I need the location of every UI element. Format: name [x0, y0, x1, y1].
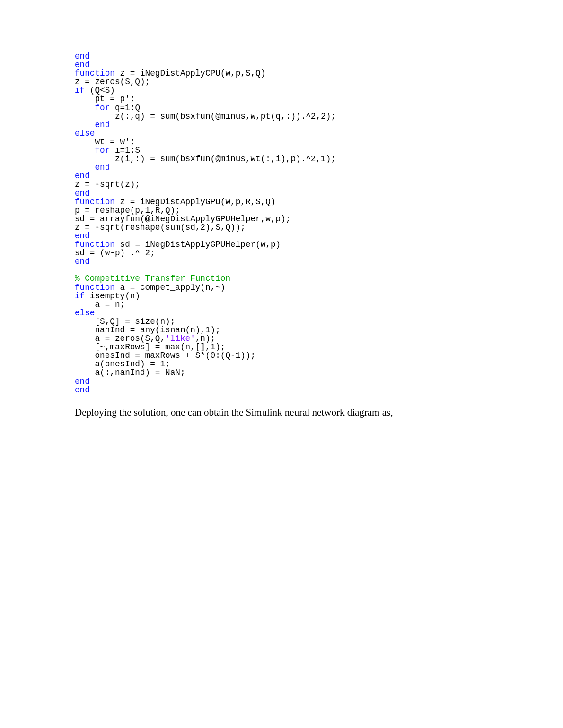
code-text: z = -sqrt(z); [75, 180, 140, 189]
keyword-if: if [75, 86, 85, 95]
keyword-function: function [75, 69, 115, 78]
keyword-end: end [95, 120, 110, 130]
code-text: [~,maxRows] = max(n,[],1); [75, 342, 225, 352]
code-blank-line [75, 265, 80, 275]
keyword-function: function [75, 197, 115, 207]
code-indent [75, 120, 95, 130]
keyword-for: for [95, 103, 110, 113]
code-text: z = -sqrt(reshape(sum(sd,2),S,Q)); [75, 223, 246, 232]
code-text: p = reshape(p,1,R,Q); [75, 206, 180, 215]
code-text: a = compet_apply(n,~) [115, 283, 226, 292]
code-indent [75, 163, 95, 172]
code-text: sd = (w-p) .^ 2; [75, 248, 155, 258]
code-text: onesInd = maxRows + S*(0:(Q-1)); [75, 351, 255, 360]
code-text: z(i,:) = sum(bsxfun(@minus,wt(:,i),p).^2… [75, 154, 336, 164]
keyword-else: else [75, 129, 95, 138]
keyword-end: end [75, 231, 90, 241]
keyword-function: function [75, 283, 115, 292]
code-text: z = iNegDistApplyGPU(w,p,R,S,Q) [115, 197, 276, 207]
code-text: a(onesInd) = 1; [75, 359, 170, 369]
code-text: a = zeros(S,Q, [75, 334, 165, 343]
code-text: a(:,nanInd) = NaN; [75, 368, 185, 377]
string-literal: 'like' [165, 334, 195, 343]
code-text: sd = iNegDistApplyGPUHelper(w,p) [115, 240, 281, 249]
code-text: i=1:S [110, 146, 140, 155]
code-text: z(:,q) = sum(bsxfun(@minus,w,pt(q,:)).^2… [75, 112, 336, 121]
keyword-end: end [75, 60, 90, 69]
keyword-end: end [75, 385, 90, 395]
keyword-end: end [75, 189, 90, 198]
code-indent [75, 103, 95, 113]
code-text: [S,Q] = size(n); [75, 317, 175, 326]
code-text: z = iNegDistApplyCPU(w,p,S,Q) [115, 69, 265, 78]
code-text: sd = arrayfun(@iNegDistApplyGPUHelper,w,… [75, 214, 290, 224]
code-text: z = zeros(S,Q); [75, 77, 150, 87]
keyword-function: function [75, 240, 115, 249]
document-page: end end function z = iNegDistApplyCPU(w,… [0, 0, 563, 447]
keyword-if: if [75, 291, 85, 301]
comment: % Competitive Transfer Function [75, 274, 230, 283]
code-text: pt = p'; [75, 94, 135, 104]
code-text: a = n; [75, 300, 125, 309]
keyword-else: else [75, 308, 95, 318]
keyword-end: end [75, 377, 90, 386]
code-text: nanInd = any(isnan(n),1); [75, 325, 220, 335]
body-paragraph: Deploying the solution, one can obtain t… [75, 407, 490, 418]
code-indent [75, 146, 95, 155]
code-text: q=1:Q [110, 103, 140, 113]
code-text: wt = w'; [75, 137, 135, 147]
keyword-end: end [75, 52, 90, 61]
keyword-end: end [75, 257, 90, 266]
code-text: ,n); [195, 334, 215, 343]
code-block: end end function z = iNegDistApplyCPU(w,… [75, 52, 490, 394]
keyword-end: end [75, 171, 90, 181]
keyword-for: for [95, 146, 110, 155]
code-text: isempty(n) [85, 291, 140, 301]
code-text: (Q<S) [85, 86, 115, 95]
keyword-end: end [95, 163, 110, 172]
